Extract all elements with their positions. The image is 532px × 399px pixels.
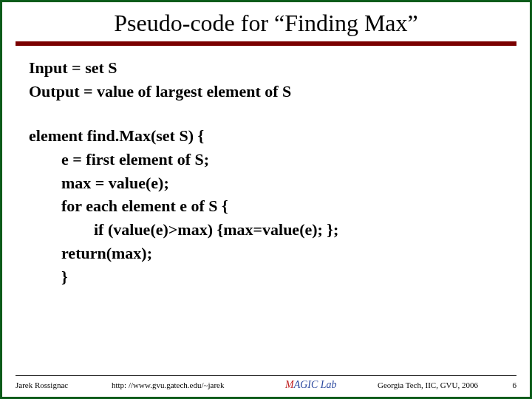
code-line-6: } (29, 265, 503, 289)
output-line: Output = value of largest element of S (29, 80, 503, 103)
code-line-1: e = first element of S; (29, 148, 503, 171)
footer-url: http: //www.gvu.gatech.edu/~jarek (112, 381, 285, 389)
code-line-4: if (value(e)>max) {max=value(e); }; (29, 218, 503, 242)
code-line-3: for each element e of S { (29, 194, 503, 218)
footer: Jarek Rossignac http: //www.gvu.gatech.e… (16, 375, 516, 391)
slide: Pseudo-code for “Finding Max” Input = se… (0, 0, 532, 399)
code-line-0: element find.Max(set S) { (29, 124, 503, 148)
footer-lab-m: M (285, 379, 294, 390)
footer-affiliation: Georgia Tech, IIC, GVU, 2006 (370, 381, 506, 389)
footer-page-number: 6 (506, 381, 516, 389)
slide-body: Input = set S Output = value of largest … (2, 56, 530, 289)
slide-title: Pseudo-code for “Finding Max” (2, 10, 530, 37)
code-line-2: max = value(e); (29, 171, 503, 195)
footer-lab-rest: AGIC Lab (294, 379, 337, 390)
code-line-5: return(max); (29, 242, 503, 265)
code-block: element find.Max(set S) { e = first elem… (29, 124, 503, 289)
input-line: Input = set S (29, 56, 503, 80)
title-rule (16, 41, 516, 46)
footer-lab: MAGIC Lab (285, 379, 370, 391)
footer-author: Jarek Rossignac (16, 381, 112, 389)
